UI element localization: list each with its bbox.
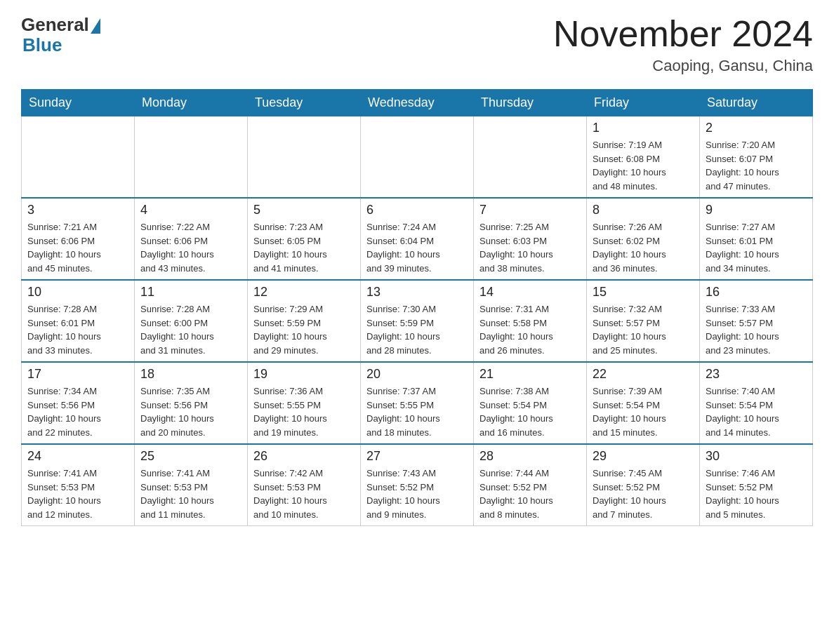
day-info: Sunrise: 7:45 AMSunset: 5:52 PMDaylight:… xyxy=(593,467,694,521)
day-number: 22 xyxy=(593,367,694,382)
calendar-cell: 24Sunrise: 7:41 AMSunset: 5:53 PMDayligh… xyxy=(22,444,135,526)
day-info: Sunrise: 7:41 AMSunset: 5:53 PMDaylight:… xyxy=(27,467,128,521)
day-number: 8 xyxy=(593,203,694,217)
calendar-week-row: 3Sunrise: 7:21 AMSunset: 6:06 PMDaylight… xyxy=(22,198,813,280)
weekday-header-tuesday: Tuesday xyxy=(248,90,361,116)
calendar-cell: 14Sunrise: 7:31 AMSunset: 5:58 PMDayligh… xyxy=(474,280,587,362)
title-area: November 2024 Caoping, Gansu, China xyxy=(553,14,813,75)
day-number: 29 xyxy=(593,449,694,464)
day-number: 6 xyxy=(366,203,468,217)
day-info: Sunrise: 7:23 AMSunset: 6:05 PMDaylight:… xyxy=(253,220,355,275)
day-number: 24 xyxy=(27,449,128,464)
day-info: Sunrise: 7:30 AMSunset: 5:59 PMDaylight:… xyxy=(366,302,468,357)
calendar-cell: 21Sunrise: 7:38 AMSunset: 5:54 PMDayligh… xyxy=(474,362,587,444)
logo-triangle-icon xyxy=(91,18,100,34)
weekday-header-sunday: Sunday xyxy=(22,90,135,116)
subtitle: Caoping, Gansu, China xyxy=(553,57,813,75)
calendar-table: SundayMondayTuesdayWednesdayThursdayFrid… xyxy=(21,89,813,526)
logo-general-text: General xyxy=(21,14,89,36)
day-info: Sunrise: 7:40 AMSunset: 5:54 PMDaylight:… xyxy=(706,384,807,439)
day-number: 14 xyxy=(479,285,581,300)
calendar-cell: 20Sunrise: 7:37 AMSunset: 5:55 PMDayligh… xyxy=(361,362,474,444)
day-info: Sunrise: 7:41 AMSunset: 5:53 PMDaylight:… xyxy=(140,467,241,521)
day-info: Sunrise: 7:36 AMSunset: 5:55 PMDaylight:… xyxy=(253,384,355,439)
day-number: 2 xyxy=(706,121,807,135)
day-number: 15 xyxy=(593,285,694,300)
day-number: 27 xyxy=(366,449,468,464)
calendar-cell xyxy=(22,116,135,199)
day-number: 17 xyxy=(27,367,128,382)
calendar-cell: 30Sunrise: 7:46 AMSunset: 5:52 PMDayligh… xyxy=(700,444,813,526)
day-number: 28 xyxy=(479,449,581,464)
day-info: Sunrise: 7:28 AMSunset: 6:01 PMDaylight:… xyxy=(27,302,128,357)
calendar-cell: 9Sunrise: 7:27 AMSunset: 6:01 PMDaylight… xyxy=(700,198,813,280)
day-number: 11 xyxy=(140,285,241,300)
day-info: Sunrise: 7:24 AMSunset: 6:04 PMDaylight:… xyxy=(366,220,468,275)
calendar-cell xyxy=(248,116,361,199)
calendar-cell xyxy=(135,116,248,199)
calendar-cell: 19Sunrise: 7:36 AMSunset: 5:55 PMDayligh… xyxy=(248,362,361,444)
day-info: Sunrise: 7:20 AMSunset: 6:07 PMDaylight:… xyxy=(706,138,807,193)
weekday-header-wednesday: Wednesday xyxy=(361,90,474,116)
weekday-header-friday: Friday xyxy=(587,90,700,116)
calendar-cell: 18Sunrise: 7:35 AMSunset: 5:56 PMDayligh… xyxy=(135,362,248,444)
day-number: 12 xyxy=(253,285,355,300)
calendar-week-row: 24Sunrise: 7:41 AMSunset: 5:53 PMDayligh… xyxy=(22,444,813,526)
calendar-cell: 16Sunrise: 7:33 AMSunset: 5:57 PMDayligh… xyxy=(700,280,813,362)
day-info: Sunrise: 7:46 AMSunset: 5:52 PMDaylight:… xyxy=(706,467,807,521)
day-number: 25 xyxy=(140,449,241,464)
calendar-week-row: 10Sunrise: 7:28 AMSunset: 6:01 PMDayligh… xyxy=(22,280,813,362)
main-title: November 2024 xyxy=(553,14,813,54)
day-info: Sunrise: 7:39 AMSunset: 5:54 PMDaylight:… xyxy=(593,384,694,439)
day-number: 20 xyxy=(366,367,468,382)
calendar-cell: 12Sunrise: 7:29 AMSunset: 5:59 PMDayligh… xyxy=(248,280,361,362)
calendar-cell: 13Sunrise: 7:30 AMSunset: 5:59 PMDayligh… xyxy=(361,280,474,362)
day-number: 19 xyxy=(253,367,355,382)
calendar-week-row: 1Sunrise: 7:19 AMSunset: 6:08 PMDaylight… xyxy=(22,116,813,199)
day-number: 26 xyxy=(253,449,355,464)
day-number: 5 xyxy=(253,203,355,217)
calendar-cell: 7Sunrise: 7:25 AMSunset: 6:03 PMDaylight… xyxy=(474,198,587,280)
day-number: 16 xyxy=(706,285,807,300)
calendar-cell: 26Sunrise: 7:42 AMSunset: 5:53 PMDayligh… xyxy=(248,444,361,526)
day-info: Sunrise: 7:37 AMSunset: 5:55 PMDaylight:… xyxy=(366,384,468,439)
weekday-header-monday: Monday xyxy=(135,90,248,116)
day-info: Sunrise: 7:33 AMSunset: 5:57 PMDaylight:… xyxy=(706,302,807,357)
day-number: 1 xyxy=(593,121,694,135)
day-info: Sunrise: 7:28 AMSunset: 6:00 PMDaylight:… xyxy=(140,302,241,357)
day-info: Sunrise: 7:29 AMSunset: 5:59 PMDaylight:… xyxy=(253,302,355,357)
weekday-header-thursday: Thursday xyxy=(474,90,587,116)
day-info: Sunrise: 7:22 AMSunset: 6:06 PMDaylight:… xyxy=(140,220,241,275)
logo-blue-text: Blue xyxy=(22,36,62,54)
calendar-cell: 25Sunrise: 7:41 AMSunset: 5:53 PMDayligh… xyxy=(135,444,248,526)
calendar-cell: 17Sunrise: 7:34 AMSunset: 5:56 PMDayligh… xyxy=(22,362,135,444)
day-number: 30 xyxy=(706,449,807,464)
calendar-cell xyxy=(361,116,474,199)
logo: General Blue xyxy=(21,14,100,54)
day-number: 23 xyxy=(706,367,807,382)
calendar-cell: 3Sunrise: 7:21 AMSunset: 6:06 PMDaylight… xyxy=(22,198,135,280)
day-info: Sunrise: 7:19 AMSunset: 6:08 PMDaylight:… xyxy=(593,138,694,193)
calendar-cell: 23Sunrise: 7:40 AMSunset: 5:54 PMDayligh… xyxy=(700,362,813,444)
calendar-cell: 10Sunrise: 7:28 AMSunset: 6:01 PMDayligh… xyxy=(22,280,135,362)
calendar-cell xyxy=(474,116,587,199)
calendar-cell: 27Sunrise: 7:43 AMSunset: 5:52 PMDayligh… xyxy=(361,444,474,526)
day-info: Sunrise: 7:35 AMSunset: 5:56 PMDaylight:… xyxy=(140,384,241,439)
day-number: 18 xyxy=(140,367,241,382)
day-number: 3 xyxy=(27,203,128,217)
weekday-header-row: SundayMondayTuesdayWednesdayThursdayFrid… xyxy=(22,90,813,116)
day-number: 10 xyxy=(27,285,128,300)
day-info: Sunrise: 7:43 AMSunset: 5:52 PMDaylight:… xyxy=(366,467,468,521)
day-info: Sunrise: 7:34 AMSunset: 5:56 PMDaylight:… xyxy=(27,384,128,439)
day-number: 13 xyxy=(366,285,468,300)
calendar-cell: 4Sunrise: 7:22 AMSunset: 6:06 PMDaylight… xyxy=(135,198,248,280)
calendar-cell: 11Sunrise: 7:28 AMSunset: 6:00 PMDayligh… xyxy=(135,280,248,362)
page-header: General Blue November 2024 Caoping, Gans… xyxy=(21,14,813,75)
day-number: 4 xyxy=(140,203,241,217)
day-info: Sunrise: 7:31 AMSunset: 5:58 PMDaylight:… xyxy=(479,302,581,357)
weekday-header-saturday: Saturday xyxy=(700,90,813,116)
day-info: Sunrise: 7:21 AMSunset: 6:06 PMDaylight:… xyxy=(27,220,128,275)
calendar-cell: 2Sunrise: 7:20 AMSunset: 6:07 PMDaylight… xyxy=(700,116,813,199)
day-number: 9 xyxy=(706,203,807,217)
calendar-cell: 1Sunrise: 7:19 AMSunset: 6:08 PMDaylight… xyxy=(587,116,700,199)
